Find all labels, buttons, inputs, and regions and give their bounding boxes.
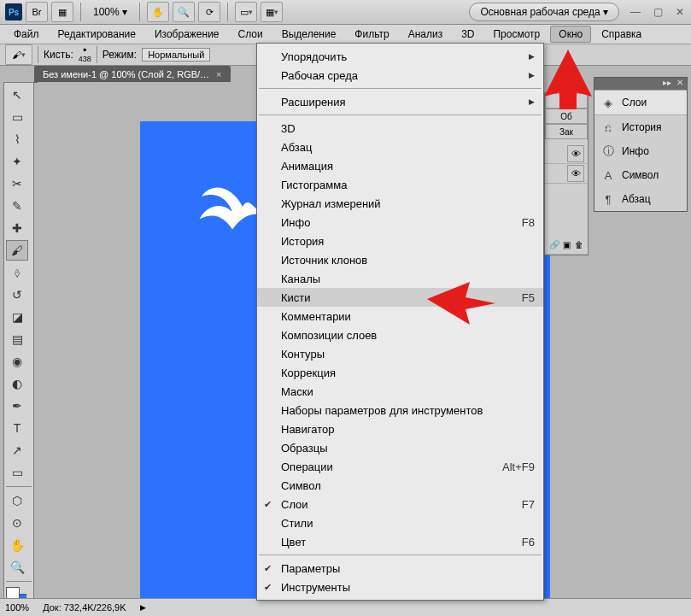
layer-visibility-icon[interactable]: 👁 [567, 165, 584, 182]
menu-history-panel[interactable]: История [257, 232, 543, 250]
menu-animation-panel[interactable]: Анимация [257, 156, 543, 175]
menu-masks-panel[interactable]: Маски [257, 382, 543, 401]
menu-adjustments-panel[interactable]: Коррекция [257, 363, 543, 382]
hand-tool[interactable]: ✋ [6, 535, 28, 555]
maximize-button[interactable]: ▢ [652, 6, 664, 18]
menu-notes-panel[interactable]: Комментарии [257, 307, 543, 326]
menu-view[interactable]: Просмотр [484, 26, 548, 43]
dock-item-paragraph[interactable]: ¶ Абзац [594, 187, 687, 211]
menu-swatches-panel[interactable]: Образцы [257, 438, 543, 457]
menu-navigator-panel[interactable]: Навигатор [257, 419, 543, 438]
stamp-tool[interactable]: ⎀ [6, 262, 28, 283]
document-tab[interactable]: Без имени-1 @ 100% (Слой 2, RGB/… × [34, 66, 231, 83]
mini-bridge-button[interactable]: ▦ [51, 2, 73, 22]
eyedropper-tool[interactable]: ✎ [6, 196, 28, 216]
panel-icon[interactable]: 🔗 [549, 240, 559, 249]
heal-tool[interactable]: ✚ [6, 218, 28, 238]
dock-collapse-icon[interactable]: ▸▸ [663, 78, 671, 90]
panel-icon[interactable]: 🗑 [575, 240, 583, 249]
menu-layer-comps-panel[interactable]: Композиции слоев [257, 326, 543, 344]
dock-item-info[interactable]: ⓘ Инфо [594, 139, 687, 163]
menu-character-panel[interactable]: Символ [257, 476, 543, 495]
status-doc-size[interactable]: Док: 732,4K/226,9K [43, 602, 126, 613]
minimize-button[interactable]: — [630, 6, 641, 18]
close-button[interactable]: ✕ [674, 6, 686, 18]
status-bar: 100% Док: 732,4K/226,9K ▶ [0, 598, 691, 616]
gradient-tool[interactable]: ▤ [6, 329, 28, 349]
rotate-view-button[interactable]: ⟳ [198, 2, 220, 22]
menu-brushes-panel[interactable]: КистиF5 [257, 288, 543, 307]
history-brush-tool[interactable]: ↺ [6, 285, 28, 305]
bridge-button[interactable]: Br [26, 2, 48, 22]
menu-extensions[interactable]: Расширения▶ [257, 92, 543, 111]
marquee-tool[interactable]: ▭ [6, 107, 28, 127]
dock-item-history[interactable]: ⎌ История [594, 115, 687, 139]
menu-options[interactable]: ✔Параметры [257, 559, 543, 578]
screen-mode-button[interactable]: ▭▾ [235, 2, 257, 22]
zoom-level[interactable]: 100% ▾ [88, 6, 132, 18]
menu-paragraph-panel[interactable]: Абзац [257, 138, 543, 156]
menu-3d[interactable]: 3D [453, 26, 483, 43]
menu-paths-panel[interactable]: Контуры [257, 344, 543, 363]
dock-item-character[interactable]: A Символ [594, 163, 687, 187]
menu-image[interactable]: Изображение [146, 26, 228, 43]
dock-item-layers[interactable]: ◈ Слои [594, 90, 687, 115]
menu-measure-log-panel[interactable]: Журнал измерений [257, 194, 543, 213]
menu-tool-presets-panel[interactable]: Наборы параметров для инструментов [257, 401, 543, 419]
layer-visibility-icon[interactable]: 👁 [567, 145, 584, 162]
menu-actions-panel[interactable]: ОперацииAlt+F9 [257, 457, 543, 476]
tab-zak-short[interactable]: Зак [545, 124, 588, 139]
menu-color-panel[interactable]: ЦветF6 [257, 532, 543, 551]
tab-ob-short[interactable]: Об [545, 109, 588, 124]
blur-tool[interactable]: ◉ [6, 351, 28, 372]
menu-edit[interactable]: Редактирование [50, 26, 144, 43]
zoom-tool[interactable]: 🔍 [6, 557, 28, 578]
menu-arrange[interactable]: Упорядочить▶ [257, 47, 543, 66]
menu-select[interactable]: Выделение [273, 26, 345, 43]
menu-styles-panel[interactable]: Стили [257, 513, 543, 532]
menu-layers-panel[interactable]: ✔СлоиF7 [257, 495, 543, 513]
move-tool[interactable]: ↖ [6, 85, 28, 105]
character-icon: A [601, 169, 615, 182]
hand-tool-button[interactable]: ✋ [147, 2, 169, 22]
zoom-tool-button[interactable]: 🔍 [173, 2, 195, 22]
wand-tool[interactable]: ✦ [6, 151, 28, 172]
menu-workspace[interactable]: Рабочая среда▶ [257, 66, 543, 85]
workspace-switcher[interactable]: Основная рабочая среда ▾ [469, 3, 619, 21]
arrange-docs-button[interactable]: ▦▾ [261, 2, 283, 22]
panel-icon[interactable]: ▣ [563, 240, 571, 249]
menu-3d-panel[interactable]: 3D [257, 119, 543, 138]
lasso-tool[interactable]: ⌇ [6, 129, 28, 150]
3d-camera-tool[interactable]: ⊙ [6, 513, 28, 533]
dock-menu-icon[interactable]: ✕ [676, 78, 683, 90]
mode-label: Режим: [102, 49, 137, 61]
menu-help[interactable]: Справка [593, 26, 650, 43]
menu-tools[interactable]: ✔Инструменты [257, 578, 543, 596]
menu-filter[interactable]: Фильтр [346, 26, 397, 43]
menu-analysis[interactable]: Анализ [400, 26, 452, 43]
status-zoom[interactable]: 100% [5, 602, 29, 613]
menu-layer[interactable]: Слои [230, 26, 272, 43]
status-menu-icon[interactable]: ▶ [140, 603, 146, 612]
pen-tool[interactable]: ✒ [6, 396, 28, 416]
path-select-tool[interactable]: ↗ [6, 440, 28, 461]
window-menu-dropdown: Упорядочить▶ Рабочая среда▶ Расширения▶ … [256, 43, 544, 601]
blend-mode-dropdown[interactable]: Нормальный [142, 48, 210, 62]
brush-picker[interactable]: • 438 [79, 46, 91, 63]
menu-clone-source-panel[interactable]: Источник клонов [257, 250, 543, 269]
eraser-tool[interactable]: ◪ [6, 307, 28, 327]
tool-preset-picker[interactable]: 🖌▾ [5, 44, 32, 65]
brush-tool[interactable]: 🖌 [6, 240, 28, 261]
crop-tool[interactable]: ✂ [6, 173, 28, 194]
tab-layers-short[interactable]: Сл [545, 93, 588, 109]
menu-window[interactable]: Окно [550, 26, 591, 43]
menu-file[interactable]: Файл [5, 26, 48, 43]
dodge-tool[interactable]: ◐ [6, 373, 28, 394]
shape-tool[interactable]: ▭ [6, 462, 28, 483]
menu-channels-panel[interactable]: Каналы [257, 269, 543, 288]
menu-histogram-panel[interactable]: Гистограмма [257, 175, 543, 194]
3d-tool[interactable]: ⬡ [6, 490, 28, 511]
close-tab-icon[interactable]: × [216, 69, 221, 79]
type-tool[interactable]: T [6, 418, 28, 438]
menu-info-panel[interactable]: ИнфоF8 [257, 213, 543, 232]
